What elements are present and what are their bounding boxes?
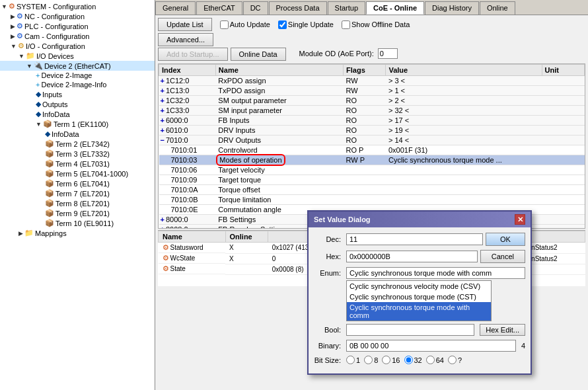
dialog-cancel-button[interactable]: Cancel xyxy=(480,250,525,263)
online-data-button[interactable]: Online Data xyxy=(231,48,286,61)
sidebar-item-outputs[interactable]: ◆ Outputs xyxy=(0,99,155,109)
coe-row[interactable]: 7010:01 Controlword RO P 0x001F (31) xyxy=(159,145,585,155)
single-update-checkbox[interactable] xyxy=(278,20,287,29)
sidebar-item-infodata[interactable]: ◆ InfoData xyxy=(0,109,155,119)
coe-row[interactable]: +1C32:0 SM output parameter RO > 2 < xyxy=(159,96,585,106)
bit-size-1-label[interactable]: 1 xyxy=(346,356,360,364)
tab-coe-online[interactable]: CoE - Online xyxy=(366,1,424,15)
dialog-enum-dropdown[interactable]: Cyclic synchronous velocity mode (CSV) C… xyxy=(346,267,525,279)
sidebar-item-system[interactable]: ▼ ⚙ SYSTEM - Configuration xyxy=(0,1,155,11)
sidebar-item-mappings[interactable]: ▶ 📁 Mappings xyxy=(0,228,155,238)
sidebar-item-plc[interactable]: ▶ ⚙ PLC - Configuration xyxy=(0,21,155,31)
auto-update-label[interactable]: Auto Update xyxy=(220,20,270,29)
dialog-close-button[interactable]: ✕ xyxy=(515,214,525,225)
dialog-dec-input[interactable] xyxy=(346,233,483,245)
sidebar-item-inputs[interactable]: ◆ Inputs xyxy=(0,89,155,99)
coe-row[interactable]: 7010:09 Target torque xyxy=(159,175,585,185)
enum-list-cstc[interactable]: Cyclic synchronous torque mode with comm xyxy=(347,302,491,321)
plc-label: PLC - Configuration xyxy=(24,22,89,30)
expand-term1[interactable]: ▼ xyxy=(36,121,42,128)
module-od-input[interactable] xyxy=(378,48,398,59)
io-icon: ⚙ xyxy=(18,42,24,50)
expand-mappings[interactable]: ▶ xyxy=(18,230,23,237)
bit-size-16-radio[interactable] xyxy=(382,356,390,364)
coe-table-container[interactable]: Index Name Flags Value Unit +1C12:0 RxPD… xyxy=(158,63,585,229)
sidebar-item-cam[interactable]: ▶ ⚙ Cam - Configuration xyxy=(0,31,155,41)
expand-system[interactable]: ▼ xyxy=(1,3,7,10)
coe-row[interactable]: +6010:0 DRV Inputs RO > 19 < xyxy=(159,126,585,136)
coe-cell-name: Target velocity xyxy=(215,165,343,175)
sidebar-item-term1-infodata[interactable]: ◆ InfoData xyxy=(0,129,155,139)
coe-row[interactable]: 7010:0A Torque offset xyxy=(159,185,585,195)
dialog-hex-input[interactable] xyxy=(346,251,478,262)
advanced-button[interactable]: Advanced... xyxy=(158,33,213,46)
auto-update-text: Auto Update xyxy=(230,20,270,28)
sidebar-item-term8[interactable]: 📦 Term 8 (EL7201) xyxy=(0,198,155,208)
expand-io-devices[interactable]: ▼ xyxy=(18,53,24,59)
tab-online[interactable]: Online xyxy=(480,1,515,15)
tab-process-data[interactable]: Process Data xyxy=(269,1,327,15)
add-to-startup-button[interactable]: Add to Startup... xyxy=(158,48,228,61)
sidebar-item-term5[interactable]: 📦 Term 5 (EL7041-1000) xyxy=(0,169,155,178)
sidebar-item-term7[interactable]: 📦 Term 7 (EL7201) xyxy=(0,188,155,198)
bit-size-16-label[interactable]: 16 xyxy=(382,356,400,364)
sidebar-item-term1[interactable]: ▼ 📦 Term 1 (EK1100) xyxy=(0,119,155,129)
enum-list-cst[interactable]: Cyclic synchronous torque mode (CST) xyxy=(347,292,491,302)
bit-size-8-radio[interactable] xyxy=(364,356,373,364)
show-offline-data-checkbox[interactable] xyxy=(342,20,350,29)
sidebar-item-device2-image-info[interactable]: + Device 2-Image-Info xyxy=(0,80,155,89)
sidebar-item-io-devices[interactable]: ▼ 📁 I/O Devices xyxy=(0,51,155,61)
dialog-ok-button[interactable]: OK xyxy=(486,233,525,246)
tab-dc[interactable]: DC xyxy=(243,1,268,15)
bit-size-64-radio[interactable] xyxy=(426,356,435,364)
bit-size-1-radio[interactable] xyxy=(346,356,355,364)
coe-row[interactable]: 7010:03 Modes of operation RW P Cyclic s… xyxy=(159,155,585,165)
dialog-enum-select[interactable]: Cyclic synchronous velocity mode (CSV) C… xyxy=(346,267,525,279)
sidebar-item-term9[interactable]: 📦 Term 9 (EL7201) xyxy=(0,208,155,218)
update-list-button[interactable]: Update List xyxy=(158,18,212,31)
tab-diag-history[interactable]: Diag History xyxy=(425,1,479,15)
coe-row[interactable]: 7010:06 Target velocity xyxy=(159,165,585,175)
sidebar-item-term6[interactable]: 📦 Term 6 (EL7041) xyxy=(0,178,155,188)
sidebar-item-device2[interactable]: ▼ 🔌 Device 2 (EtherCAT) xyxy=(0,61,155,71)
bit-size-32-radio[interactable] xyxy=(404,356,413,364)
bit-size-q-label[interactable]: ? xyxy=(448,356,462,364)
coe-row[interactable]: +1C13:0 TxPDO assign RW > 1 < xyxy=(159,86,585,96)
enum-list-csv[interactable]: Cyclic synchronous velocity mode (CSV) xyxy=(347,281,491,292)
sidebar-item-device2-image[interactable]: + Device 2-Image xyxy=(0,71,155,80)
single-update-label[interactable]: Single Update xyxy=(278,20,334,29)
sidebar-item-io[interactable]: ▼ ⚙ I/O - Configuration xyxy=(0,41,155,51)
tab-ethercat[interactable]: EtherCAT xyxy=(196,1,242,15)
coe-row[interactable]: −7010:0 DRV Outputs RO > 14 < xyxy=(159,136,585,145)
coe-row[interactable]: +1C33:0 SM input parameter RO > 32 < xyxy=(159,106,585,116)
tab-general[interactable]: General xyxy=(155,1,196,15)
bit-size-8-label[interactable]: 8 xyxy=(364,356,378,364)
show-offline-data-text: Show Offline Data xyxy=(351,20,410,28)
sidebar-item-term3[interactable]: 📦 Term 3 (EL7332) xyxy=(0,149,155,159)
expand-io[interactable]: ▼ xyxy=(11,43,17,50)
bit-size-64-label[interactable]: 64 xyxy=(426,356,444,364)
expand-device2[interactable]: ▼ xyxy=(26,63,32,69)
coe-cell-index: 7010:09 xyxy=(159,175,216,185)
dialog-bool-input[interactable] xyxy=(346,324,474,336)
expand-plc[interactable]: ▶ xyxy=(11,23,15,30)
sidebar-item-term2[interactable]: 📦 Term 2 (EL7342) xyxy=(0,139,155,149)
dialog-dec-label: Dec: xyxy=(314,235,344,243)
bit-size-q-radio[interactable] xyxy=(448,356,457,364)
sidebar-item-term4[interactable]: 📦 Term 4 (EL7031) xyxy=(0,159,155,169)
show-offline-data-label[interactable]: Show Offline Data xyxy=(342,20,410,29)
dialog-binary-row: Binary: 4 xyxy=(314,340,525,352)
coe-row[interactable]: +6000:0 FB Inputs RO > 17 < xyxy=(159,116,585,126)
expand-cam[interactable]: ▶ xyxy=(11,33,15,40)
expand-nc[interactable]: ▶ xyxy=(11,13,15,20)
auto-update-checkbox[interactable] xyxy=(220,20,229,29)
coe-row[interactable]: +1C12:0 RxPDO assign RW > 3 < xyxy=(159,76,585,86)
dialog-hex-edit-button[interactable]: Hex Edit... xyxy=(480,324,525,336)
tab-startup[interactable]: Startup xyxy=(328,1,365,15)
sidebar-item-term10[interactable]: 📦 Term 10 (EL9011) xyxy=(0,218,155,228)
sidebar-item-nc[interactable]: ▶ ⚙ NC - Configuration xyxy=(0,11,155,21)
bit-size-32-label[interactable]: 32 xyxy=(404,356,422,364)
coe-row[interactable]: 7010:0B Torque limitation xyxy=(159,195,585,205)
dialog-binary-input[interactable] xyxy=(346,340,516,352)
inputs-icon: ◆ xyxy=(36,90,41,98)
